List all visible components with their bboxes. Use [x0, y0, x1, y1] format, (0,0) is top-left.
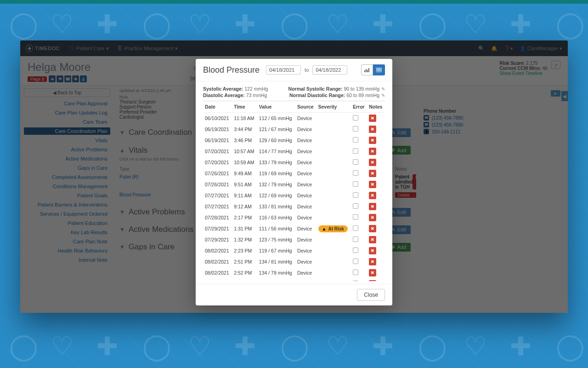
- cell-date: 07/27/2021: [203, 190, 232, 201]
- svg-rect-3: [368, 68, 369, 72]
- table-row: 07/28/20212:17 PM116 / 63 mmHgDevice✖: [203, 212, 385, 223]
- column-header[interactable]: Severity: [317, 101, 351, 113]
- error-checkbox[interactable]: [353, 270, 358, 275]
- chart-view-button[interactable]: [361, 64, 373, 75]
- delete-row-button[interactable]: ✖: [369, 126, 376, 133]
- cell-notes: ✖: [367, 278, 385, 281]
- cell-notes: ✖: [367, 146, 385, 157]
- date-from-input[interactable]: [266, 65, 301, 75]
- delete-row-button[interactable]: ✖: [369, 214, 376, 221]
- table-view-button[interactable]: [373, 64, 385, 75]
- delete-row-button[interactable]: ✖: [369, 225, 376, 232]
- cell-value: 133 / 81 mmHg: [257, 201, 295, 212]
- cell-date: 07/20/2021: [203, 146, 232, 157]
- cell-value: 119 / 67 mmHg: [257, 245, 295, 256]
- delete-row-button[interactable]: ✖: [369, 247, 376, 254]
- delete-row-button[interactable]: ✖: [369, 258, 376, 265]
- edit-range-icon[interactable]: ✎: [381, 93, 385, 98]
- cell-notes: ✖: [367, 179, 385, 190]
- table-row: 07/26/20219:51 AM132 / 79 mmHgDevice✖: [203, 179, 385, 190]
- cell-time: 1:32 PM: [232, 234, 257, 245]
- error-checkbox[interactable]: [353, 203, 358, 209]
- table-row: 07/27/20219:12 AM133 / 81 mmHgDevice✖: [203, 201, 385, 212]
- cell-notes: ✖: [367, 234, 385, 245]
- cell-source: Device: [295, 113, 316, 124]
- cell-error: [351, 190, 367, 201]
- cell-value: 111 / 56 mmHg: [257, 223, 295, 234]
- cell-notes: ✖: [367, 124, 385, 135]
- cell-error: [351, 245, 367, 256]
- cell-severity: [317, 267, 351, 278]
- delete-row-button[interactable]: ✖: [369, 203, 376, 210]
- cell-source: Device: [295, 267, 316, 278]
- delete-row-button[interactable]: ✖: [369, 236, 376, 243]
- cell-value: 133 / 79 mmHg: [257, 157, 295, 168]
- cell-error: [351, 124, 367, 135]
- cell-source: Device: [295, 223, 316, 234]
- error-checkbox[interactable]: [353, 236, 358, 242]
- delete-row-button[interactable]: ✖: [369, 280, 376, 281]
- error-checkbox[interactable]: [353, 259, 358, 264]
- cell-source: Device: [295, 135, 316, 146]
- error-checkbox[interactable]: [353, 115, 358, 121]
- error-checkbox[interactable]: [353, 225, 358, 231]
- column-header[interactable]: Notes: [367, 101, 385, 113]
- error-checkbox[interactable]: [353, 281, 358, 281]
- cell-severity: [317, 157, 351, 168]
- column-header[interactable]: Error: [351, 101, 367, 113]
- column-header[interactable]: Date: [203, 101, 232, 113]
- error-checkbox[interactable]: [353, 192, 358, 198]
- close-button[interactable]: Close: [357, 289, 385, 301]
- delete-row-button[interactable]: ✖: [369, 170, 376, 177]
- delete-row-button[interactable]: ✖: [369, 115, 376, 122]
- cell-date: 07/28/2021: [203, 212, 232, 223]
- error-checkbox[interactable]: [353, 126, 358, 132]
- cell-time: 2:52 PM: [232, 267, 257, 278]
- cell-value: 111 / 64 mmHg: [257, 278, 295, 281]
- cell-time: 9:51 AM: [232, 179, 257, 190]
- table-row: 07/20/202110:59 AM133 / 79 mmHgDevice✖: [203, 157, 385, 168]
- delete-row-button[interactable]: ✖: [369, 148, 376, 155]
- error-checkbox[interactable]: [353, 137, 358, 143]
- cell-value: 129 / 60 mmHg: [257, 135, 295, 146]
- cell-date: 08/02/2021: [203, 267, 232, 278]
- column-header[interactable]: Source: [295, 101, 316, 113]
- delete-row-button[interactable]: ✖: [369, 269, 376, 276]
- cell-severity: [317, 179, 351, 190]
- date-to-input[interactable]: [312, 65, 347, 75]
- cell-error: [351, 212, 367, 223]
- delete-row-button[interactable]: ✖: [369, 159, 376, 166]
- cell-error: [351, 256, 367, 267]
- cell-date: 08/02/2021: [203, 256, 232, 267]
- delete-row-button[interactable]: ✖: [369, 192, 376, 199]
- error-checkbox[interactable]: [353, 170, 358, 176]
- cell-date: 06/10/2021: [203, 113, 232, 124]
- error-checkbox[interactable]: [353, 214, 358, 220]
- error-checkbox[interactable]: [353, 247, 358, 253]
- cell-severity: [317, 135, 351, 146]
- error-checkbox[interactable]: [353, 181, 358, 187]
- table-row: 06/19/20213:44 PM121 / 67 mmHgDevice✖: [203, 124, 385, 135]
- cell-value: 134 / 81 mmHg: [257, 256, 295, 267]
- cell-notes: ✖: [367, 113, 385, 124]
- error-checkbox[interactable]: [353, 159, 358, 165]
- cell-source: Device: [295, 190, 316, 201]
- cell-value: 132 / 79 mmHg: [257, 179, 295, 190]
- delete-row-button[interactable]: ✖: [369, 181, 376, 188]
- cell-error: [351, 234, 367, 245]
- cell-time: 11:18 AM: [232, 113, 257, 124]
- to-label: to: [305, 67, 309, 73]
- table-row: 07/20/202110:57 AM114 / 77 mmHgDevice✖: [203, 146, 385, 157]
- column-header[interactable]: Value: [257, 101, 295, 113]
- delete-row-button[interactable]: ✖: [369, 137, 376, 144]
- cell-date: 07/29/2021: [203, 234, 232, 245]
- cell-value: 112 / 65 mmHg: [257, 113, 295, 124]
- column-header[interactable]: Time: [232, 101, 257, 113]
- cell-value: 134 / 79 mmHg: [257, 267, 295, 278]
- table-row: 07/26/20219:49 AM119 / 69 mmHgDevice✖: [203, 168, 385, 179]
- cell-value: 123 / 75 mmHg: [257, 234, 295, 245]
- error-checkbox[interactable]: [353, 148, 358, 154]
- cell-time: 10:59 AM: [232, 157, 257, 168]
- cell-severity: [317, 234, 351, 245]
- edit-range-icon[interactable]: ✎: [381, 86, 385, 92]
